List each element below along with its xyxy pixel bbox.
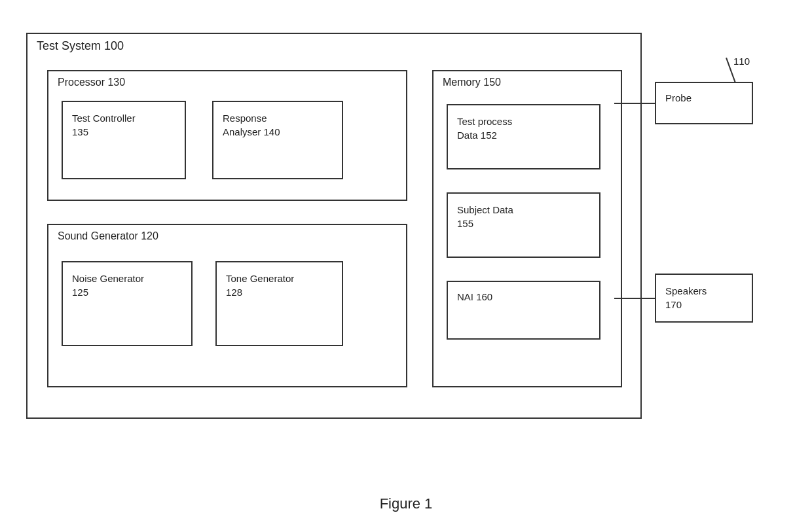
response-analyser-box: ResponseAnalyser 140: [212, 101, 343, 179]
test-controller-box: Test Controller135: [62, 101, 186, 179]
connector-speakers-line: [614, 298, 655, 299]
response-analyser-label: ResponseAnalyser 140: [223, 111, 280, 139]
nai-label: NAI 160: [457, 291, 492, 302]
test-process-data-label: Test processData 152: [457, 115, 512, 142]
speakers-label: Speakers170: [665, 284, 707, 311]
memory-label: Memory 150: [443, 77, 501, 88]
tone-generator-box: Tone Generator128: [215, 261, 343, 346]
subject-data-box: Subject Data155: [447, 192, 600, 258]
sound-generator-label: Sound Generator 120: [58, 230, 158, 242]
noise-generator-label: Noise Generator125: [72, 272, 144, 299]
memory-box: Memory 150 Test processData 152 Subject …: [432, 70, 622, 387]
page: Test System 100 Processor 130 Test Contr…: [0, 0, 812, 532]
subject-data-label: Subject Data155: [457, 203, 513, 230]
probe-label: Probe: [665, 92, 692, 103]
processor-box: Processor 130 Test Controller135 Respons…: [47, 70, 407, 201]
figure-caption: Figure 1: [0, 495, 812, 512]
processor-label: Processor 130: [58, 77, 125, 88]
probe-box: Probe: [655, 82, 753, 124]
test-system-label: Test System 100: [37, 39, 124, 53]
test-controller-label: Test Controller135: [72, 111, 136, 139]
test-process-data-box: Test processData 152: [447, 104, 600, 169]
test-system-box: Test System 100 Processor 130 Test Contr…: [26, 33, 642, 419]
nai-box: NAI 160: [447, 281, 600, 340]
diagram-area: Test System 100 Processor 130 Test Contr…: [20, 20, 792, 465]
speakers-box: Speakers170: [655, 274, 753, 323]
tone-generator-label: Tone Generator128: [226, 272, 294, 299]
noise-generator-box: Noise Generator125: [62, 261, 193, 346]
probe-number-label: 110: [733, 56, 750, 67]
sound-generator-box: Sound Generator 120 Noise Generator125 T…: [47, 224, 407, 387]
connector-probe-line: [614, 103, 655, 104]
